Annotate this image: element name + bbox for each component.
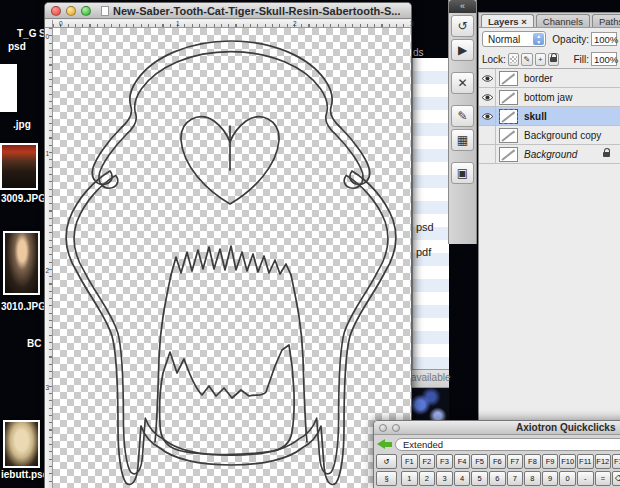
clone-source-panel-icon[interactable]: ▦	[451, 129, 474, 151]
key-f2[interactable]: F2	[419, 454, 436, 469]
minimize-button[interactable]	[66, 6, 76, 16]
canvas-transparency-checkerboard[interactable]	[53, 28, 411, 488]
key-4[interactable]: 4	[454, 471, 471, 486]
finder-file-row[interactable]: pdf	[416, 246, 431, 258]
close-button[interactable]	[379, 424, 387, 432]
key-6[interactable]: 6	[489, 471, 506, 486]
lock-all-icon[interactable]	[548, 53, 559, 66]
desktop-file-label[interactable]: T_G	[17, 28, 36, 39]
lock-paint-icon[interactable]: ✎	[521, 53, 532, 66]
fill-label: Fill:	[573, 54, 589, 65]
minimize-button[interactable]	[392, 424, 400, 432]
key-f5[interactable]: F5	[471, 454, 488, 469]
key-3[interactable]: 3	[436, 471, 453, 486]
layer-name[interactable]: border	[524, 73, 553, 84]
status-text: available	[409, 372, 449, 383]
zoom-button[interactable]	[81, 6, 91, 16]
key-f11[interactable]: F11	[577, 454, 594, 469]
opacity-field[interactable]: 100%	[591, 32, 617, 46]
skull-inner-outline	[74, 52, 388, 474]
visibility-toggle-empty[interactable]	[479, 126, 496, 144]
key-f10[interactable]: F10	[559, 454, 576, 469]
layer-thumbnail[interactable]	[499, 90, 518, 105]
key-f6[interactable]: F6	[489, 454, 506, 469]
key-§[interactable]: §	[376, 471, 397, 486]
key-7[interactable]: 7	[507, 471, 524, 486]
history-panel-icon[interactable]: ↺	[451, 15, 474, 37]
visibility-toggle-empty[interactable]	[479, 145, 496, 163]
blend-mode-value: Normal	[488, 34, 520, 45]
finder-file-row[interactable]: psd	[416, 221, 434, 233]
tab-layers[interactable]: Layers ×	[481, 14, 534, 27]
key-1[interactable]: 1	[401, 471, 418, 486]
ruler-number: 3	[46, 384, 50, 391]
tab-channels[interactable]: Channels	[536, 14, 590, 27]
layer-name[interactable]: bottom jaw	[524, 92, 572, 103]
desktop-file-label[interactable]: 3010.JPG	[1, 301, 46, 312]
desktop-photo-thumbnail[interactable]	[3, 231, 40, 295]
desktop-file-label[interactable]: iebutt.psd	[1, 469, 49, 480]
back-arrow-icon[interactable]	[377, 439, 392, 450]
brushes-panel-icon[interactable]: ✎	[451, 105, 474, 127]
key-f9[interactable]: F9	[542, 454, 559, 469]
quickclicks-titlebar[interactable]: Axiotron Quickclicks	[374, 421, 620, 435]
close-button[interactable]	[51, 6, 61, 16]
layer-thumbnail[interactable]	[499, 71, 518, 86]
layer-comps-panel-icon[interactable]: ▣	[451, 162, 474, 184]
desktop-file-thumbnail[interactable]	[0, 64, 17, 112]
layer-name[interactable]: Background	[524, 149, 577, 160]
desktop-photo-thumbnail[interactable]	[0, 143, 38, 190]
key-f3[interactable]: F3	[436, 454, 453, 469]
number-key-row: §1234567890-=⌫	[374, 471, 620, 487]
layer-thumbnail[interactable]	[499, 128, 518, 143]
preset-select[interactable]: Extended	[395, 438, 620, 451]
desktop-psd-thumbnail[interactable]	[3, 420, 40, 468]
desktop-file-label[interactable]: 3009.JPG	[1, 193, 46, 204]
ruler-corner	[45, 20, 53, 28]
key--[interactable]: -	[577, 471, 594, 486]
dock-group-divider	[449, 153, 476, 160]
figure-image	[5, 422, 38, 466]
layer-row-border[interactable]: border	[479, 69, 620, 88]
tab-paths[interactable]: Paths	[592, 14, 620, 27]
visibility-eye-icon[interactable]	[479, 69, 496, 87]
layer-thumbnail[interactable]	[499, 109, 518, 124]
key-f8[interactable]: F8	[524, 454, 541, 469]
layer-row-bottom-jaw[interactable]: bottom jaw	[479, 88, 620, 107]
collapse-dock-button[interactable]: «	[449, 0, 476, 13]
dock-group-divider	[449, 96, 476, 103]
layers-panel: Layers × Channels Paths Normal ▲▼ Opacit…	[478, 12, 620, 488]
actions-panel-icon[interactable]: ▶	[451, 39, 474, 61]
skull-artwork	[53, 28, 411, 488]
key-2[interactable]: 2	[419, 471, 436, 486]
key-0[interactable]: 0	[559, 471, 576, 486]
key-f1[interactable]: F1	[401, 454, 418, 469]
key-9[interactable]: 9	[542, 471, 559, 486]
key-8[interactable]: 8	[524, 471, 541, 486]
key-⌫[interactable]: ⌫	[612, 471, 620, 486]
visibility-eye-icon[interactable]	[479, 107, 496, 125]
key-f7[interactable]: F7	[507, 454, 524, 469]
document-icon	[101, 6, 109, 16]
lock-transparency-icon[interactable]	[508, 53, 519, 66]
key-f12[interactable]: F12	[595, 454, 612, 469]
layer-row-background[interactable]: Background	[479, 145, 620, 164]
key-f13[interactable]: F13	[612, 454, 620, 469]
layer-name[interactable]: skull	[524, 111, 547, 122]
lock-position-icon[interactable]: +	[535, 53, 546, 66]
fill-field[interactable]: 100%	[591, 52, 617, 66]
key-f4[interactable]: F4	[454, 454, 471, 469]
layer-thumbnail[interactable]	[499, 147, 518, 162]
tool-presets-panel-icon[interactable]: ✕	[451, 72, 474, 94]
blend-mode-select[interactable]: Normal ▲▼	[482, 31, 546, 47]
undo-key[interactable]: ↺	[376, 454, 397, 469]
document-titlebar[interactable]: New-Saber-Tooth-Cat-Tiger-Skull-Resin-Sa…	[45, 3, 411, 19]
layer-row-background-copy[interactable]: Background copy	[479, 126, 620, 145]
desktop-file-label[interactable]: psd	[8, 41, 26, 52]
layer-row-skull[interactable]: skull	[479, 107, 620, 126]
key-=[interactable]: =	[595, 471, 612, 486]
visibility-eye-icon[interactable]	[479, 88, 496, 106]
layer-name[interactable]: Background copy	[524, 130, 601, 141]
desktop-file-label[interactable]: .jpg	[13, 119, 31, 130]
key-5[interactable]: 5	[471, 471, 488, 486]
